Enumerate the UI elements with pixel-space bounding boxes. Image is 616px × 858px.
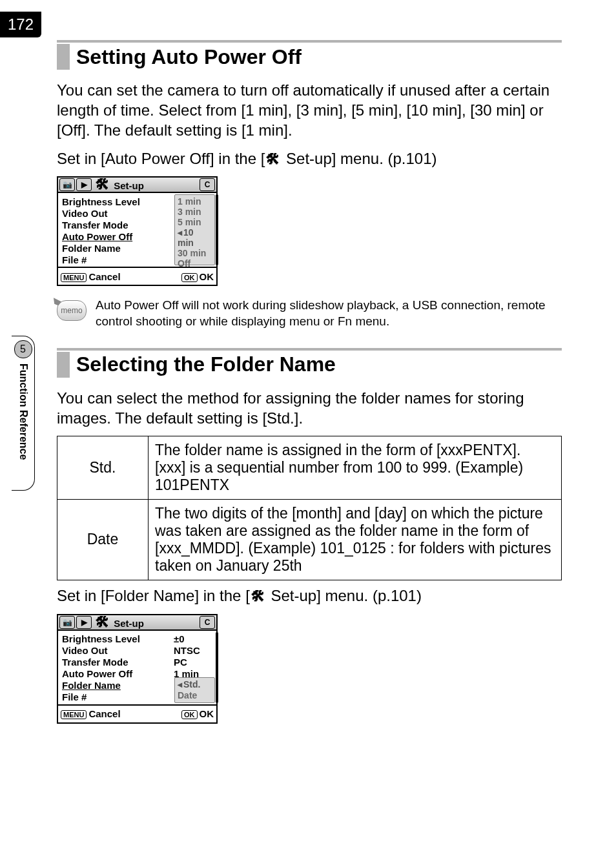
option: 5 min [178,217,212,227]
cancel-label: Cancel [88,708,120,719]
playback-tab-icon: ▶ [76,616,92,629]
setup-tool-icon: 🛠 [96,176,110,193]
menu-title: Set-up [114,618,144,629]
menu-item: Video Out [62,645,171,656]
body-text: Set in [Auto Power Off] in the [🛠 Set-up… [57,148,562,169]
table-cell-desc: The two digits of the [month] and [day] … [149,499,562,580]
cancel-label: Cancel [88,271,120,282]
table-cell-name: Std. [57,436,149,499]
memo-icon: memo [57,300,87,321]
heading: Selecting the Folder Name [76,352,336,376]
table-cell-desc: The folder name is assigned in the form … [149,436,562,499]
ok-label: OK [200,271,214,282]
chapter-number: 5 [14,340,32,358]
menu-item: Brightness Level [62,633,171,644]
page-number: 172 [0,12,41,37]
option: Date [178,690,212,700]
menu-key-chip: MENU [61,710,87,719]
ok-key-chip: OK [181,273,198,282]
menu-item-value: ±0 [171,633,212,644]
ok-key-chip: OK [181,710,198,719]
custom-tab-icon: C [200,616,215,629]
menu-item-value: NTSC [171,645,212,656]
heading: Setting Auto Power Off [76,45,302,69]
option-selected: ◂10 min [178,227,212,248]
memo-text: Auto Power Off will not work during slid… [96,298,562,329]
option: 1 min [178,196,212,207]
setup-tool-icon: 🛠 [96,614,110,631]
chapter-side-tab: 5 Function Reference [12,336,35,491]
setup-tool-icon: 🛠 [266,150,280,169]
folder-name-table: Std. The folder name is assigned in the … [57,436,562,580]
options-popup: 1 min 3 min 5 min ◂10 min 30 min Off [174,194,215,265]
table-row: Std. The folder name is assigned in the … [57,436,562,499]
camera-tab-icon: 📷 [59,616,75,629]
body-text: You can select the method for assigning … [57,388,562,428]
menu-item-value: PC [171,657,212,668]
body-text: Set in [Folder Name] in the [🛠 Set-up] m… [57,586,562,606]
menu-item: Transfer Mode [62,657,171,668]
body-text: You can set the camera to turn off autom… [57,80,562,141]
section-heading-auto-power-off: Setting Auto Power Off [57,44,562,70]
option: 30 min [178,248,212,258]
camera-tab-icon: 📷 [59,178,75,191]
scrollbar [216,632,218,703]
menu-title: Set-up [114,180,144,191]
section-heading-folder-name: Selecting the Folder Name [57,352,562,378]
menu-item: Auto Power Off [62,668,171,679]
menu-tabbar: 📷 ▶ 🛠 Set-up C [58,615,216,631]
scrollbar [216,194,218,265]
ok-label: OK [200,708,214,719]
option: Off [178,258,212,269]
option: 3 min [178,207,212,217]
table-cell-name: Date [57,499,149,580]
chapter-label: Function Reference [17,363,29,460]
setup-tool-icon: 🛠 [251,587,265,606]
caret-left-icon: ◂ [178,227,182,238]
playback-tab-icon: ▶ [76,178,92,191]
menu-key-chip: MENU [61,273,87,282]
setup-menu-folder-name: 📷 ▶ 🛠 Set-up C Brightness Level±0 Video … [57,614,218,724]
setup-menu-auto-power-off: 📷 ▶ 🛠 Set-up C Brightness Level Video Ou… [57,176,218,286]
option-selected: ◂Std. [178,679,212,689]
menu-tabbar: 📷 ▶ 🛠 Set-up C [58,178,216,193]
custom-tab-icon: C [200,178,215,191]
table-row: Date The two digits of the [month] and [… [57,499,562,580]
options-popup: ◂Std. Date [174,677,215,703]
caret-left-icon: ◂ [178,679,182,689]
